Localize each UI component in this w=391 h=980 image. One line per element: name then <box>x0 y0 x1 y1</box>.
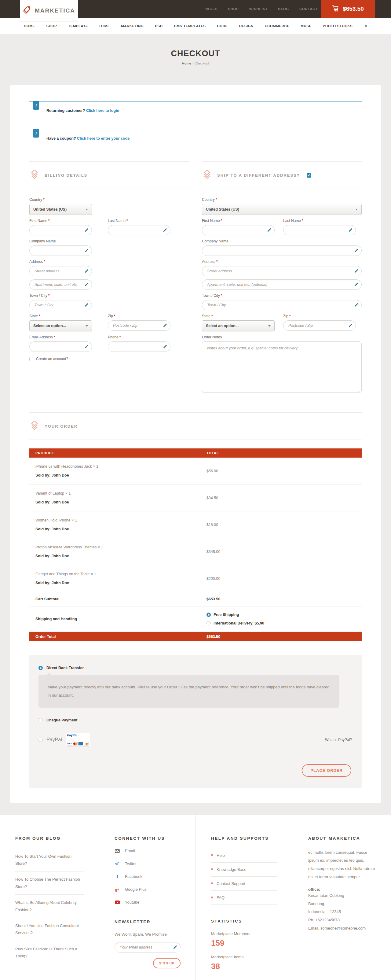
international-delivery-option[interactable]: International Delivery: $5.90 <box>207 621 362 625</box>
layers-diamond-icon <box>29 421 40 432</box>
nav-home[interactable]: HOME <box>24 24 35 28</box>
what-is-paypal-link[interactable]: What is PayPal? <box>325 738 356 742</box>
total-column-header: TOTAL <box>207 451 362 455</box>
blog-link[interactable]: How To Choose The Perfect Fashion Store? <box>15 876 84 890</box>
billing-apartment-field <box>29 279 92 290</box>
billing-email-input[interactable] <box>29 342 92 352</box>
top-nav-wishlist[interactable]: WISHLIST <box>249 7 268 11</box>
nav-photo-stocks[interactable]: PHOTO STOCKS <box>323 24 353 28</box>
nav-shop[interactable]: SHOP <box>46 24 57 28</box>
radio-selected-icon[interactable] <box>38 666 43 670</box>
nav-code[interactable]: CODE <box>217 24 228 28</box>
signup-button[interactable]: SIGN UP <box>153 958 181 968</box>
blog-link[interactable]: Should You Use Fashion Consultant Servic… <box>15 922 84 937</box>
list-item: FAQ <box>211 891 277 905</box>
cart-button[interactable]: $653.50 <box>321 0 375 18</box>
blog-link[interactable]: What is So Alluring About Celebrity Fash… <box>15 899 84 913</box>
knowledge-base-link[interactable]: Knowladge Base <box>216 867 246 872</box>
resize-handle-icon[interactable] <box>358 390 361 393</box>
shipping-town-field: Town / City* <box>202 293 362 310</box>
paypal-option[interactable]: PayPal PayPal VISA What is PayPal? <box>35 733 356 747</box>
help-link[interactable]: Help <box>216 853 225 858</box>
google-plus-link[interactable]: Google Plus <box>125 887 147 892</box>
top-nav-contact[interactable]: CONTACT <box>299 7 318 11</box>
billing-heading: BILLING DETAILS <box>29 161 189 189</box>
nav-psd[interactable]: PSD <box>155 24 162 28</box>
nav-more-icon[interactable]: » <box>365 24 367 28</box>
billing-section: BILLING DETAILS Country* United States (… <box>29 161 189 398</box>
shipping-street-input[interactable] <box>202 266 362 276</box>
billing-apartment-input[interactable] <box>29 279 92 290</box>
shipping-town-input[interactable] <box>202 300 362 310</box>
pen-icon <box>354 282 358 288</box>
ship-different-checkbox[interactable] <box>307 173 311 178</box>
place-order-button[interactable]: PLACE ORDER <box>302 764 351 777</box>
twitter-link[interactable]: Twitter <box>125 861 137 866</box>
free-shipping-option[interactable]: Free Shipping <box>207 612 362 617</box>
footer: FROM OUR BLOG How To Start Your Own Fash… <box>0 815 391 980</box>
shipping-first-name-input[interactable] <box>202 225 275 235</box>
product-seller: Sold by: John Doe <box>35 527 207 531</box>
create-account-checkbox[interactable] <box>29 357 33 361</box>
billing-state-select[interactable]: Select an option... <box>29 320 92 331</box>
top-nav-pages[interactable]: PAGES <box>205 7 218 11</box>
order-row: Gadget and Things on the Table × 1 Sold … <box>29 565 362 592</box>
connect-heading: CONNECT WITH US <box>114 836 180 841</box>
order-total-label: Order Total <box>29 635 207 639</box>
logo[interactable]: MARKETICA <box>20 0 78 21</box>
billing-last-name-input[interactable] <box>108 225 170 235</box>
shipping-company-input[interactable] <box>202 245 362 256</box>
nav-ecommerce[interactable]: ECOMMERCE <box>265 24 289 28</box>
list-item: f Facebook <box>114 874 180 879</box>
billing-country-field: Country* United States (US) <box>29 197 92 215</box>
order-table: PRODUCT TOTAL iPhone 5s with Headphones … <box>29 449 362 641</box>
billing-town-input[interactable] <box>29 300 92 310</box>
top-nav-blog[interactable]: BLOG <box>278 7 289 11</box>
contact-support-link[interactable]: Contact Support <box>216 881 245 886</box>
login-link[interactable]: Click here to login <box>86 108 119 113</box>
radio-selected-icon[interactable] <box>207 612 211 617</box>
shipping-apartment-input[interactable] <box>202 279 362 290</box>
newsletter-email-input[interactable] <box>114 942 181 953</box>
shipping-country-select[interactable]: United States (US) <box>202 204 362 215</box>
blog-link[interactable]: How To Start Your Own Fashion Store? <box>15 853 84 867</box>
product-total: $18.00 <box>207 523 362 527</box>
billing-first-name-input[interactable] <box>29 225 92 235</box>
nav-design[interactable]: DESIGN <box>239 24 254 28</box>
billing-country-select[interactable]: United States (US) <box>29 204 92 215</box>
shipping-zip-input[interactable] <box>283 320 356 331</box>
list-item: Twitter <box>114 861 180 866</box>
help-heading: HELP AND SUPPORTS <box>211 836 277 841</box>
email-link[interactable]: Email <box>125 848 135 853</box>
faq-link[interactable]: FAQ <box>216 895 224 900</box>
subtotal-value: $653.50 <box>207 597 362 601</box>
breadcrumb-home[interactable]: Home <box>182 62 191 65</box>
nav-muse[interactable]: MUSE <box>300 24 311 28</box>
subtotal-label: Cart Subtotal <box>29 597 207 601</box>
billing-street-input[interactable] <box>29 266 92 276</box>
nav-marketing[interactable]: MARKETING <box>121 24 143 28</box>
nav-cms-templates[interactable]: CMS TEMPLATES <box>174 24 206 28</box>
youtube-icon <box>114 900 120 905</box>
billing-company-input[interactable] <box>29 245 92 256</box>
order-notes-input[interactable] <box>202 342 362 393</box>
cheque-payment-option[interactable]: Cheque Payment <box>35 718 356 722</box>
stat-value: 38 <box>211 962 277 971</box>
billing-address-field: Address* <box>29 259 92 276</box>
radio-icon[interactable] <box>38 738 43 742</box>
billing-zip-input[interactable] <box>108 320 170 331</box>
shipping-state-select[interactable]: Select an option... <box>202 320 275 331</box>
top-nav-shop[interactable]: SHOP <box>228 7 239 11</box>
billing-phone-input[interactable] <box>108 342 170 352</box>
nav-html[interactable]: HTML <box>99 24 110 28</box>
radio-icon[interactable] <box>38 718 43 722</box>
order-total-row: Order Total $653.50 <box>29 632 362 641</box>
bank-transfer-option[interactable]: Direct Bank Transfer <box>35 666 356 670</box>
shipping-last-name-input[interactable] <box>283 225 356 235</box>
nav-template[interactable]: TEMPLATE <box>68 24 88 28</box>
radio-icon[interactable] <box>207 621 211 625</box>
blog-link[interactable]: Plus Size Fashion: Is There Such a Thing… <box>15 945 84 960</box>
youtube-link[interactable]: Youtube <box>125 900 139 905</box>
coupon-link[interactable]: Click here to enter your code <box>77 136 130 141</box>
facebook-link[interactable]: Facebook <box>125 874 142 879</box>
